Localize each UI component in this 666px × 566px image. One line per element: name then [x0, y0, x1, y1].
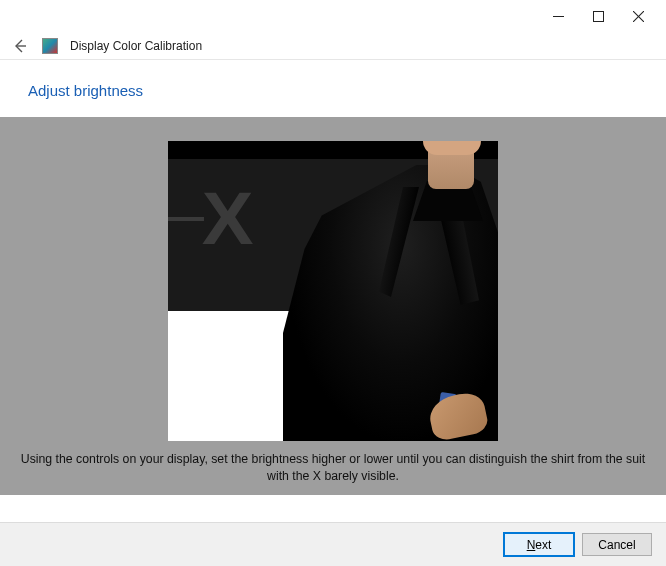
minimize-icon[interactable]	[538, 2, 578, 30]
calibration-image-area: X Using the controls on your display, se…	[0, 117, 666, 495]
cancel-button[interactable]: Cancel	[582, 533, 652, 556]
close-icon[interactable]	[618, 2, 658, 30]
content-area: Adjust brightness X Using the controls o…	[0, 60, 666, 495]
header-bar: Display Color Calibration	[0, 32, 666, 60]
footer-bar: Next Cancel	[0, 522, 666, 566]
next-button[interactable]: Next	[504, 533, 574, 556]
display-color-calibration-icon	[42, 38, 58, 54]
window-titlebar	[0, 0, 666, 32]
svg-rect-1	[593, 11, 603, 21]
page-heading: Adjust brightness	[28, 82, 638, 99]
sample-x-mark: X	[202, 176, 250, 261]
brightness-sample-image: X	[168, 141, 498, 441]
back-arrow-icon[interactable]	[10, 36, 30, 56]
instruction-text: Using the controls on your display, set …	[3, 441, 663, 484]
sample-figure	[283, 141, 498, 441]
window-title: Display Color Calibration	[70, 39, 202, 53]
maximize-icon[interactable]	[578, 2, 618, 30]
